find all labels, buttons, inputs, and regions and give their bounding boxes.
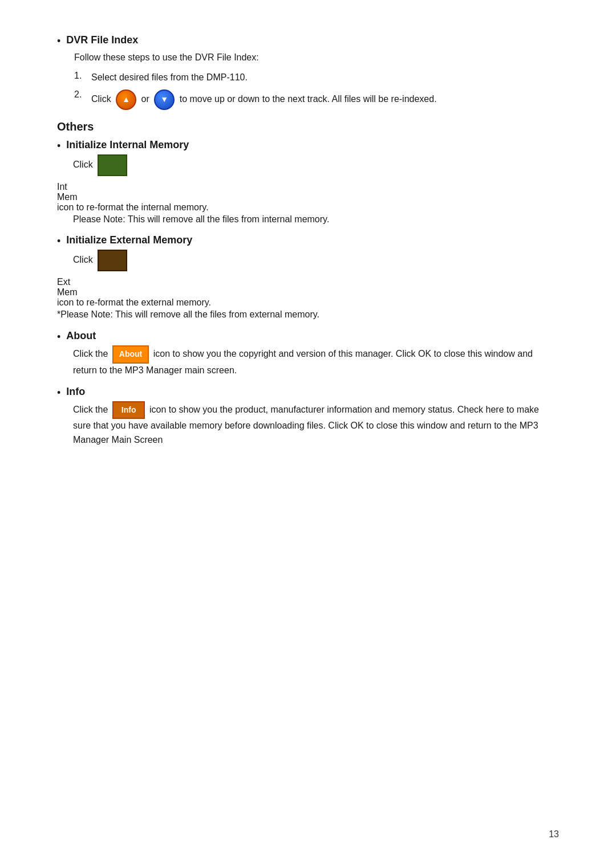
init-internal-title-item: • Initialize Internal Memory — [57, 139, 559, 152]
about-body: Click the About icon to show you the cop… — [73, 345, 559, 377]
dvr-title-item: • DVR File Index — [57, 34, 559, 47]
info-title: Info — [66, 386, 85, 398]
dvr-step-1: 1. Select desired files from the DMP-110… — [74, 71, 559, 85]
about-button-icon: About — [112, 345, 149, 364]
about-title-item: • About — [57, 330, 559, 343]
init-external-note: *Please Note: This will remove all the f… — [57, 308, 559, 322]
info-title-item: • Info — [57, 386, 559, 399]
dvr-steps: Follow these steps to use the DVR File I… — [74, 51, 559, 110]
init-external-title-item: • Initialize External Memory — [57, 234, 559, 247]
step-2-text: Click or to move up or down to the next … — [91, 89, 437, 110]
init-internal-note: Please Note: This will remove all the fi… — [73, 213, 559, 227]
step-2-pre: Click — [91, 94, 111, 104]
step-1-num: 1. — [74, 71, 91, 81]
bullet-icon-external: • — [57, 235, 60, 247]
about-body-pre: Click the — [73, 349, 108, 358]
info-section: • Info Click the Info icon to show you t… — [57, 386, 559, 447]
init-external-section: • Initialize External Memory Click Ext M… — [57, 234, 559, 322]
up-arrow-icon — [116, 89, 136, 110]
down-arrow-icon — [154, 89, 175, 110]
dvr-title: DVR File Index — [66, 34, 138, 46]
info-body-pre: Click the — [73, 405, 108, 414]
step-2-post: to move up or down to the next track. Al… — [180, 94, 437, 104]
page-number: 13 — [549, 829, 559, 840]
init-internal-title: Initialize Internal Memory — [66, 139, 189, 151]
dvr-step-2: 2. Click or to move up or down to the ne… — [74, 89, 559, 110]
bullet-icon: • — [57, 35, 60, 47]
others-heading: Others — [57, 120, 559, 133]
init-internal-pre: Click — [73, 160, 93, 169]
dvr-file-index-section: • DVR File Index Follow these steps to u… — [57, 34, 559, 110]
init-internal-section: • Initialize Internal Memory Click Int M… — [57, 139, 559, 227]
init-external-body: Click — [73, 250, 559, 271]
info-body: Click the Info icon to show you the prod… — [73, 401, 559, 447]
init-external-pre: Click — [73, 255, 93, 265]
ext-mem-icon — [98, 250, 127, 271]
info-button-icon: Info — [112, 401, 145, 419]
bullet-icon-info: • — [57, 387, 60, 399]
init-internal-body: Click — [73, 154, 559, 176]
init-external-title: Initialize External Memory — [66, 234, 192, 246]
step-1-text: Select desired files from the DMP-110. — [91, 71, 248, 85]
about-title: About — [66, 330, 96, 342]
int-mem-icon — [98, 154, 127, 176]
init-internal-post: icon to re‑format the internal memory. — [57, 202, 209, 212]
step-2-or: or — [141, 94, 149, 104]
init-external-post: icon to re‑format the external memory. — [57, 298, 211, 307]
about-section: • About Click the About icon to show you… — [57, 330, 559, 377]
dvr-intro: Follow these steps to use the DVR File I… — [74, 51, 559, 65]
step-2-num: 2. — [74, 89, 91, 100]
bullet-icon-about: • — [57, 331, 60, 343]
bullet-icon-internal: • — [57, 140, 60, 152]
